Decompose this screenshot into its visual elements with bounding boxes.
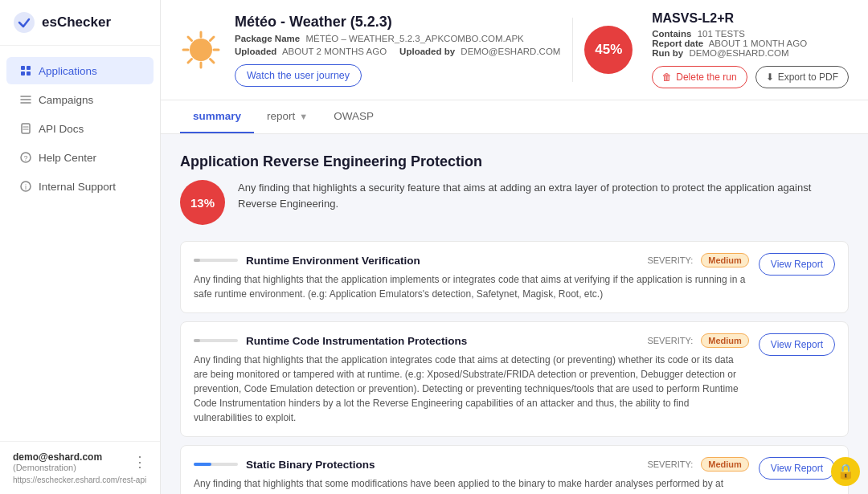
- check-progress-bar: [194, 259, 238, 262]
- run-by-label: Run by: [652, 48, 683, 58]
- app-title: Météo - Weather (5.2.3): [235, 14, 560, 31]
- check-name: Runtime Code Instrumentation Protections: [246, 335, 636, 347]
- svg-point-0: [14, 12, 35, 33]
- report-date-value: ABOUT 1 MONTH AGO: [709, 39, 807, 48]
- uploaded-value: ABOUT 2 MONTHS AGO: [282, 47, 387, 56]
- check-progress-fill: [194, 463, 211, 466]
- check-name: Static Binary Protections: [246, 459, 636, 471]
- sidebar-item-campaigns-label: Campaigns: [39, 94, 93, 106]
- package-name-meta: Package Name MÉTÉO – WEATHER_5.2.3_APKCO…: [235, 34, 524, 43]
- lock-icon: 🔒: [837, 463, 854, 480]
- lock-badge: 🔒: [831, 457, 860, 486]
- sidebar-item-applications[interactable]: Applications: [6, 57, 154, 84]
- sidebar: esChecker Applications Cam: [0, 0, 161, 494]
- check-item-header: Runtime Code Instrumentation Protections…: [194, 333, 749, 348]
- section-title: Application Reverse Engineering Protecti…: [180, 153, 849, 170]
- export-pdf-button[interactable]: ⬇ Export to PDF: [755, 66, 849, 88]
- svg-rect-2: [27, 66, 31, 70]
- svg-text:i: i: [25, 183, 27, 191]
- sidebar-item-help-center[interactable]: ? Help Center: [6, 144, 154, 171]
- report-date-meta: Report date ABOUT 1 MONTH AGO: [652, 39, 849, 48]
- uploaded-label: Uploaded: [235, 47, 276, 56]
- content-area: Application Reverse Engineering Protecti…: [161, 134, 868, 494]
- view-report-button-2[interactable]: View Report: [759, 457, 835, 480]
- sidebar-item-api-docs-label: API Docs: [39, 123, 84, 135]
- app-info: Météo - Weather (5.2.3) Package Name MÉT…: [235, 14, 560, 87]
- tabs: summary report ▼ OWASP: [161, 100, 868, 134]
- section-overview: 13% Any finding that highlights a securi…: [180, 180, 849, 225]
- svg-text:?: ?: [23, 154, 27, 162]
- trash-icon: 🗑: [662, 71, 672, 83]
- circle-info-icon: i: [19, 180, 32, 193]
- sidebar-url: https://eschecker.eshard.com/rest-api: [13, 476, 147, 484]
- svg-rect-8: [22, 124, 30, 133]
- svg-rect-1: [21, 66, 25, 70]
- tab-summary[interactable]: summary: [180, 100, 254, 133]
- more-options-button[interactable]: ⋮: [133, 453, 147, 471]
- check-description: Any finding that highlights that the app…: [194, 272, 749, 301]
- report-title: MASVS-L2+R: [652, 11, 849, 26]
- sidebar-footer: demo@eshard.com (Demonstration) ⋮ https:…: [0, 441, 160, 494]
- app-header-left: Météo - Weather (5.2.3) Package Name MÉT…: [180, 14, 560, 87]
- severity-label: SEVERITY:: [647, 255, 693, 265]
- section-description: Any finding that highlights a security f…: [238, 180, 849, 211]
- score-circle: 45%: [584, 26, 633, 74]
- check-item: Runtime Code Instrumentation Protections…: [180, 321, 849, 437]
- svg-line-22: [211, 37, 215, 41]
- sidebar-nav: Applications Campaigns API Docs: [0, 46, 160, 441]
- check-item: Static Binary Protections SEVERITY: Medi…: [180, 445, 849, 494]
- check-progress-fill: [194, 339, 200, 342]
- report-meta: Contains 101 TESTS Report date ABOUT 1 M…: [652, 29, 849, 58]
- divider: [572, 18, 573, 82]
- report-date-label: Report date: [652, 39, 703, 48]
- run-by-meta: Run by DEMO@ESHARD.COM: [652, 48, 849, 58]
- check-item-row: Runtime Environment Verification SEVERIT…: [194, 253, 835, 301]
- app-header: Météo - Weather (5.2.3) Package Name MÉT…: [161, 0, 868, 100]
- view-report-button-1[interactable]: View Report: [759, 333, 835, 356]
- uploaded-by-label: Uploaded by: [399, 47, 455, 56]
- sidebar-item-campaigns[interactable]: Campaigns: [6, 86, 154, 113]
- sidebar-logo: esChecker: [0, 0, 160, 46]
- eschecker-logo-icon: [13, 11, 35, 34]
- app-meta: Package Name MÉTÉO – WEATHER_5.2.3_APKCO…: [235, 34, 560, 43]
- check-item-content: Runtime Code Instrumentation Protections…: [194, 333, 749, 425]
- app-icon: [180, 29, 222, 71]
- tab-owasp[interactable]: OWASP: [321, 100, 387, 133]
- report-actions: 🗑 Delete the run ⬇ Export to PDF: [652, 66, 849, 88]
- sidebar-item-help-center-label: Help Center: [39, 152, 96, 164]
- check-item-header: Static Binary Protections SEVERITY: Medi…: [194, 457, 749, 472]
- package-name-value: MÉTÉO – WEATHER_5.2.3_APKCOMBO.COM.APK: [305, 34, 523, 43]
- check-item-content: Static Binary Protections SEVERITY: Medi…: [194, 457, 749, 494]
- tests-label: Contains: [652, 29, 691, 39]
- severity-badge: Medium: [701, 253, 749, 267]
- check-item-row: Runtime Code Instrumentation Protections…: [194, 333, 835, 425]
- sidebar-item-applications-label: Applications: [39, 65, 97, 77]
- tab-report[interactable]: report ▼: [254, 100, 321, 133]
- report-info: MASVS-L2+R Contains 101 TESTS Report dat…: [652, 11, 849, 88]
- watch-journey-button[interactable]: Watch the user journey: [235, 64, 362, 87]
- main-content: Météo - Weather (5.2.3) Package Name MÉT…: [161, 0, 868, 494]
- check-item: Runtime Environment Verification SEVERIT…: [180, 241, 849, 313]
- svg-line-20: [188, 37, 192, 41]
- filter-icon: ▼: [299, 112, 308, 121]
- uploaded-meta: Uploaded ABOUT 2 MONTHS AGO: [235, 47, 387, 56]
- tests-value: 101 TESTS: [698, 29, 745, 39]
- delete-run-button[interactable]: 🗑 Delete the run: [652, 66, 747, 88]
- view-report-button-0[interactable]: View Report: [759, 253, 835, 276]
- check-item-header: Runtime Environment Verification SEVERIT…: [194, 253, 749, 267]
- sidebar-item-internal-support-label: Internal Support: [39, 181, 116, 193]
- circle-question-icon: ?: [19, 151, 32, 164]
- tests-meta: Contains 101 TESTS: [652, 29, 849, 39]
- app-meta-2: Uploaded ABOUT 2 MONTHS AGO Uploaded by …: [235, 47, 560, 56]
- check-description: Any finding that highlights that some mo…: [194, 476, 749, 494]
- check-progress-bar: [194, 463, 238, 466]
- check-progress-bar: [194, 339, 238, 342]
- app-header-right: 45% MASVS-L2+R Contains 101 TESTS Report…: [584, 11, 849, 88]
- severity-label: SEVERITY:: [647, 459, 693, 469]
- svg-line-21: [211, 59, 215, 63]
- section-score-circle: 13%: [180, 180, 225, 225]
- severity-badge: Medium: [701, 333, 749, 348]
- sidebar-item-api-docs[interactable]: API Docs: [6, 115, 154, 142]
- sidebar-item-internal-support[interactable]: i Internal Support: [6, 173, 154, 200]
- file-icon: [19, 122, 32, 135]
